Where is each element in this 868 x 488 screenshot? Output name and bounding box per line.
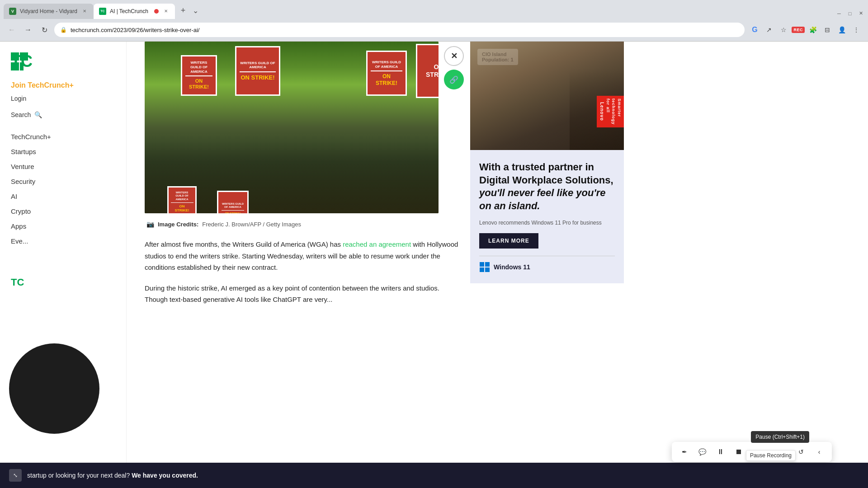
search-label: Search <box>11 111 31 118</box>
expand-button[interactable]: ⤡ <box>9 469 22 482</box>
menu-icon[interactable]: ⋮ <box>850 23 863 36</box>
share-icon[interactable]: ↗ <box>763 23 775 36</box>
bottom-bar-text-before: startup or looking for your next deal? <box>27 472 132 479</box>
tab-vidyard[interactable]: V Vidyard Home - Vidyard ✕ <box>4 4 94 19</box>
pen-tool-button[interactable]: ✒ <box>677 445 692 459</box>
sidebar-item-apps[interactable]: Apps <box>11 219 115 234</box>
window-controls: ─ □ ✕ <box>835 10 864 17</box>
techcrunch-logo[interactable]: TC <box>11 51 115 72</box>
credits-value: Frederic J. Brown/AFP / Getty Images <box>202 221 301 228</box>
tab-bar: V Vidyard Home - Vidyard ✕ TC AI | TechC… <box>0 0 868 19</box>
tab-vidyard-title: Vidyard Home - Vidyard <box>20 8 77 14</box>
bottom-bar-text: startup or looking for your next deal? W… <box>27 472 859 479</box>
rec-badge: REC <box>792 27 805 33</box>
article-paragraph-1: After almost five months, the Writers Gu… <box>145 239 459 273</box>
forward-button[interactable]: → <box>22 23 34 36</box>
webcam-overlay <box>9 343 99 434</box>
collapse-button[interactable]: ‹ <box>812 445 826 459</box>
lenovo-brand: Lenovo <box>599 102 605 125</box>
link-action-button[interactable]: 🔗 <box>444 70 464 89</box>
address-bar[interactable]: 🔒 techcrunch.com/2023/09/26/writers-stri… <box>54 23 745 37</box>
search-icon: 🔍 <box>34 111 42 118</box>
windows11-text: Windows 11 <box>494 263 530 271</box>
replay-button[interactable]: ↺ <box>794 445 808 459</box>
article-link[interactable]: reached an agreement <box>343 240 411 248</box>
recording-dot <box>154 9 159 14</box>
browser-chrome: V Vidyard Home - Vidyard ✕ TC AI | TechC… <box>0 0 868 42</box>
svg-rect-6 <box>480 262 484 267</box>
ad-footer: Windows 11 <box>479 256 615 272</box>
windows11-logo: Windows 11 <box>479 262 530 272</box>
credits-label: Image Credits: <box>158 221 198 228</box>
lenovo-text2: technology <box>611 99 617 125</box>
maximize-button[interactable]: □ <box>846 10 854 17</box>
tab-vidyard-close[interactable]: ✕ <box>81 8 88 15</box>
lenovo-text1: Smarter <box>616 99 622 125</box>
new-tab-button[interactable]: + <box>177 5 189 17</box>
window-close-button[interactable]: ✕ <box>857 10 864 17</box>
right-sidebar: CIO Island Population: 1 With a trusted … <box>470 42 624 488</box>
sidebar-item-techcrunchplus[interactable]: TechCrunch+ <box>11 129 115 144</box>
login-button[interactable]: Login <box>11 95 115 102</box>
svg-text:TC: TC <box>11 52 33 70</box>
tab-overflow-button[interactable]: ⌄ <box>189 5 202 17</box>
bottom-bar-text-bold: We have you covered. <box>132 472 198 479</box>
pause-tooltip: Pause (Ctrl+Shift+1) <box>751 431 809 443</box>
ad-subtext: Lenovo recommends Windows 11 Pro for bus… <box>479 220 615 226</box>
ad-headline-text2: you'll never feel like you're on an isla… <box>479 187 605 211</box>
google-icon[interactable]: G <box>748 23 761 36</box>
extensions-icon[interactable]: 🧩 <box>807 23 819 36</box>
svg-rect-9 <box>485 267 490 272</box>
article-body: After almost five months, the Writers Gu… <box>145 239 459 305</box>
toolbar-icons: G ↗ ☆ REC 🧩 ⊟ 👤 ⋮ <box>748 23 863 36</box>
sidebar-bottom-logo: TC <box>11 276 115 290</box>
ad-body: With a trusted partner in Digital Workpl… <box>470 150 624 283</box>
svg-rect-7 <box>485 262 490 267</box>
page-layout: TC Join TechCrunch+ Login Search 🔍 TechC… <box>0 42 868 488</box>
vidyard-favicon: V <box>9 8 16 15</box>
ad-headline: With a trusted partner in Digital Workpl… <box>479 161 615 212</box>
profile-icon[interactable]: 👤 <box>835 23 848 36</box>
back-button[interactable]: ← <box>5 23 18 36</box>
join-techcrunch-button[interactable]: Join TechCrunch+ <box>11 81 115 89</box>
article-image-container: WRITERS GUILD OF AMERICA ON STRIKE! WRIT… <box>145 42 459 213</box>
tab-techcrunch-close[interactable]: ✕ <box>162 8 170 15</box>
lock-icon: 🔒 <box>60 27 67 33</box>
sidebar-item-ai[interactable]: AI <box>11 189 115 204</box>
windows-icon <box>479 262 490 272</box>
tab-techcrunch-title: AI | TechCrunch <box>110 8 151 14</box>
close-action-button[interactable]: ✕ <box>444 46 464 66</box>
sidebar-item-events[interactable]: Eve... <box>11 234 115 249</box>
minimize-button[interactable]: ─ <box>835 10 843 17</box>
lenovo-badge: Smarter technology for all Lenovo <box>597 96 624 127</box>
sidebar-toggle-icon[interactable]: ⊟ <box>821 23 834 36</box>
tc-logo-svg: TC <box>11 51 47 72</box>
camera-icon: 📷 <box>146 221 154 228</box>
sidebar-item-crypto[interactable]: Crypto <box>11 204 115 219</box>
comment-tool-button[interactable]: 💬 <box>695 445 710 459</box>
sidebar-nav: TechCrunch+ Startups Venture Security AI… <box>11 129 115 249</box>
article-area: WRITERS GUILD OF AMERICA ON STRIKE! WRIT… <box>127 42 470 488</box>
tab-techcrunch[interactable]: TC AI | TechCrunch ✕ <box>94 4 175 19</box>
bookmark-icon[interactable]: ☆ <box>777 23 790 36</box>
article-actions: ✕ 🔗 <box>444 46 464 89</box>
ad-headline-text1: With a trusted partner in Digital Workpl… <box>479 161 613 186</box>
techcrunch-favicon: TC <box>99 8 106 15</box>
search-row[interactable]: Search 🔍 <box>11 111 115 118</box>
pause-recording-label: Pause Recording <box>746 450 796 461</box>
address-bar-row: ← → ↻ 🔒 techcrunch.com/2023/09/26/writer… <box>0 19 868 41</box>
pause-button[interactable]: ⏸ <box>713 445 728 459</box>
article-image: WRITERS GUILD OF AMERICA ON STRIKE! WRIT… <box>145 42 439 213</box>
sidebar-item-startups[interactable]: Startups <box>11 144 115 159</box>
address-text: techcrunch.com/2023/09/26/writers-strike… <box>71 27 739 33</box>
svg-text:TC: TC <box>11 277 24 288</box>
sidebar-item-venture[interactable]: Venture <box>11 159 115 174</box>
image-credits: 📷 Image Credits: Frederic J. Brown/AFP /… <box>145 221 459 228</box>
ad-cta-button[interactable]: LEARN MORE <box>479 233 538 249</box>
reload-button[interactable]: ↻ <box>38 23 51 36</box>
lenovo-text3: for all <box>605 99 611 125</box>
stop-button[interactable]: ⏹ <box>731 445 746 459</box>
ad-container: CIO Island Population: 1 With a trusted … <box>470 42 624 283</box>
sidebar-item-security[interactable]: Security <box>11 174 115 189</box>
bottom-bar: ⤡ startup or looking for your next deal?… <box>0 463 868 488</box>
